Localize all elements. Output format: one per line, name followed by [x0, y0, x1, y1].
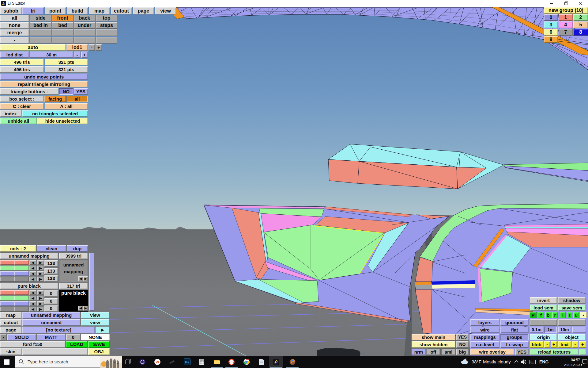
svg-text:W: W — [156, 360, 159, 364]
svg-text:Ps: Ps — [185, 360, 189, 364]
